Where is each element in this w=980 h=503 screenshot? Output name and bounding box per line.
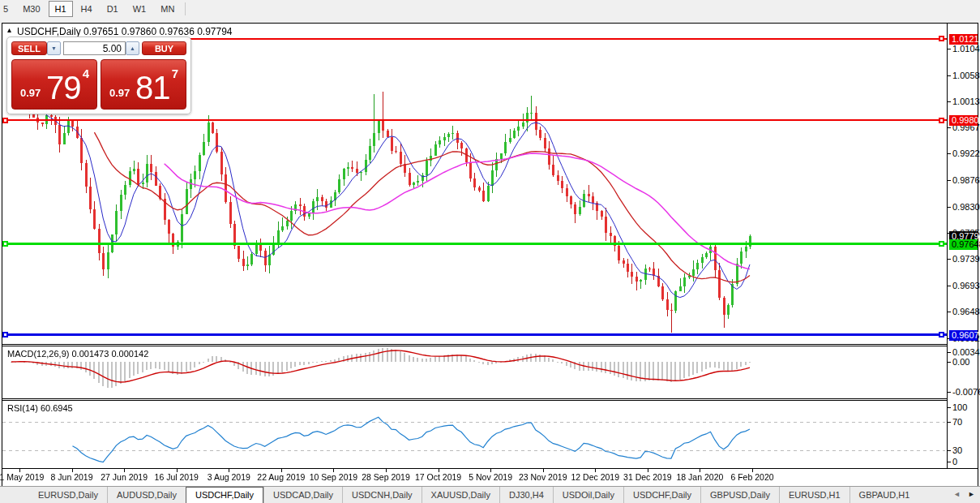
axis-tick-mark	[948, 352, 951, 353]
date-tick-mark	[490, 469, 491, 472]
date-axis-label: 12 Dec 2019	[571, 472, 620, 482]
buy-price-main: 81	[135, 70, 170, 106]
date-tick-mark	[281, 469, 282, 472]
price-badge-0.97648: 0.97648	[949, 239, 978, 250]
symbol-tab-gbpaud-h1[interactable]: GBPAUD,H1	[849, 487, 919, 503]
axis-tick-mark	[948, 462, 951, 462]
price-axis-label: 0.98760	[952, 175, 980, 185]
symbol-tab-gbpusd-daily[interactable]: GBPUSD,Daily	[700, 487, 779, 503]
one-click-trading-panel: SELL ▼ ▲ BUY 0.97 79 4 0.97 81 7	[6, 37, 191, 114]
axis-tick-mark	[948, 362, 951, 363]
date-tick-mark	[19, 469, 20, 472]
rsi-pane-canvas[interactable]	[2, 401, 947, 468]
date-tick-mark	[648, 469, 648, 472]
buy-price-prefix: 0.97	[109, 87, 130, 99]
date-tick-mark	[333, 469, 334, 472]
tab-scroll-right-icon[interactable]: ►	[968, 490, 975, 498]
timeframe-button-d1[interactable]: D1	[101, 1, 125, 17]
timeframe-button-5[interactable]: 5	[1, 1, 15, 17]
rsi-axis-label: 0	[952, 457, 957, 466]
sell-button[interactable]: SELL	[11, 41, 47, 55]
date-tick-mark	[386, 469, 387, 472]
buy-price-button[interactable]: 0.97 81 7	[101, 59, 186, 110]
sell-price-main: 79	[46, 70, 81, 106]
date-axis-label: 6 Feb 2020	[730, 472, 773, 482]
macd-axis-label: 0.003428	[952, 347, 980, 357]
symbol-tab-xauusd-daily[interactable]: XAUUSD,Daily	[422, 487, 499, 503]
axis-tick-mark	[948, 259, 951, 260]
symbol-tab-dj30-h4[interactable]: DJ30,H4	[499, 487, 553, 503]
line-handle[interactable]	[2, 118, 8, 123]
symbol-tab-usdoil-daily[interactable]: USDOil,Daily	[553, 487, 623, 503]
buy-button[interactable]: BUY	[142, 41, 186, 55]
horizontal-line-0.99802[interactable]	[2, 119, 947, 121]
axis-tick-mark	[948, 75, 951, 76]
line-handle[interactable]	[939, 36, 944, 41]
axis-tick-mark	[948, 450, 951, 451]
date-axis-label: 17 Oct 2019	[415, 472, 461, 482]
horizontal-line-0.97648[interactable]	[2, 243, 947, 245]
date-axis-label: 16 Jul 2019	[155, 472, 199, 482]
timeframe-toolbar: 5M30H1H4D1W1MN	[0, 0, 980, 18]
volume-increase-button[interactable]: ▲	[126, 41, 139, 55]
axis-tick-mark	[948, 180, 951, 181]
date-axis-label: 31 Dec 2019	[623, 472, 672, 482]
axis-tick-mark	[948, 49, 951, 49]
line-handle[interactable]	[939, 241, 944, 247]
sell-price-pips: 4	[83, 67, 89, 80]
timeframe-button-h4[interactable]: H4	[75, 1, 99, 17]
symbol-tab-usdchf-daily[interactable]: USDCHF,Daily	[623, 487, 700, 503]
line-handle[interactable]	[2, 332, 8, 337]
price-axis-label: 1.00130	[952, 97, 980, 106]
symbol-tab-audusd-daily[interactable]: AUDUSD,Daily	[107, 487, 186, 503]
rsi-indicator-label: RSI(14) 60.6945	[7, 403, 73, 413]
axis-tick-mark	[948, 312, 951, 312]
price-badge-0.99802: 0.99802	[949, 115, 978, 126]
axis-tick-mark	[948, 101, 951, 102]
date-axis-label: 28 Sep 2019	[362, 472, 410, 482]
axis-tick-mark	[948, 422, 951, 423]
price-badge-0.96073: 0.96073	[949, 330, 978, 341]
mt4-terminal: 5M30H1H4D1W1MN ▴ USDCHF,Daily 0.97651 0.…	[0, 0, 980, 503]
symbol-tab-usdcnh-daily[interactable]: USDCNH,Daily	[342, 487, 422, 503]
symbol-tab-usdchf-daily[interactable]: USDCHF,Daily	[186, 487, 263, 503]
symbol-tab-eurusd-daily[interactable]: EURUSD,Daily	[29, 487, 107, 503]
timeframe-button-m30[interactable]: M30	[16, 1, 46, 17]
axis-tick-mark	[948, 286, 951, 286]
date-tick-mark	[752, 469, 753, 472]
sell-price-button[interactable]: 0.97 79 4	[11, 59, 97, 110]
macd-indicator-label: MACD(12,26,9) 0.001473 0.000142	[7, 349, 148, 359]
date-axis[interactable]: 21 May 20198 Jun 201927 Jun 201916 Jul 2…	[2, 468, 978, 484]
chart-window: ▴ USDCHF,Daily 0.97651 0.97860 0.97636 0…	[2, 23, 978, 487]
symbol-tab-eurusd-h1[interactable]: EURUSD,H1	[779, 487, 849, 503]
symbol-tab-bar: EURUSD,DailyAUDUSD,DailyUSDCHF,DailyUSDC…	[0, 486, 980, 503]
date-tick-mark	[229, 469, 229, 472]
line-handle[interactable]	[939, 118, 944, 123]
axis-tick-mark	[948, 392, 951, 393]
date-axis-label: 23 Nov 2019	[519, 472, 567, 482]
horizontal-line-1.01211[interactable]	[186, 38, 947, 40]
price-axis-label: 0.96480	[952, 307, 980, 316]
date-axis-label: 10 Sep 2019	[310, 472, 358, 482]
price-axis-label: 1.01040	[952, 44, 980, 54]
volume-input[interactable]	[63, 41, 126, 55]
buy-price-pips: 7	[172, 67, 178, 80]
timeframe-button-w1[interactable]: W1	[126, 1, 153, 17]
symbol-tab-usdcad-daily[interactable]: USDCAD,Daily	[263, 487, 342, 503]
axis-tick-mark	[948, 407, 951, 408]
line-handle[interactable]	[2, 241, 8, 247]
timeframe-button-h1[interactable]: H1	[49, 1, 73, 17]
axis-tick-mark	[948, 127, 951, 128]
horizontal-line-0.96073[interactable]	[2, 333, 947, 336]
volume-decrease-button[interactable]: ▼	[47, 41, 61, 55]
timeframe-button-mn[interactable]: MN	[154, 1, 181, 17]
date-tick-mark	[595, 469, 596, 472]
date-tick-mark	[72, 469, 73, 472]
price-axis[interactable]: 1.010401.005801.001300.996700.992200.987…	[948, 24, 978, 468]
date-axis-label: 5 Nov 2019	[469, 472, 512, 482]
tab-scroll-left-icon[interactable]: ◄	[953, 490, 961, 498]
one-click-collapse-icon[interactable]: ▴	[7, 25, 11, 34]
rsi-axis-label: 70	[952, 417, 962, 427]
macd-axis-label: 0.00	[952, 357, 969, 367]
line-handle[interactable]	[939, 332, 944, 337]
